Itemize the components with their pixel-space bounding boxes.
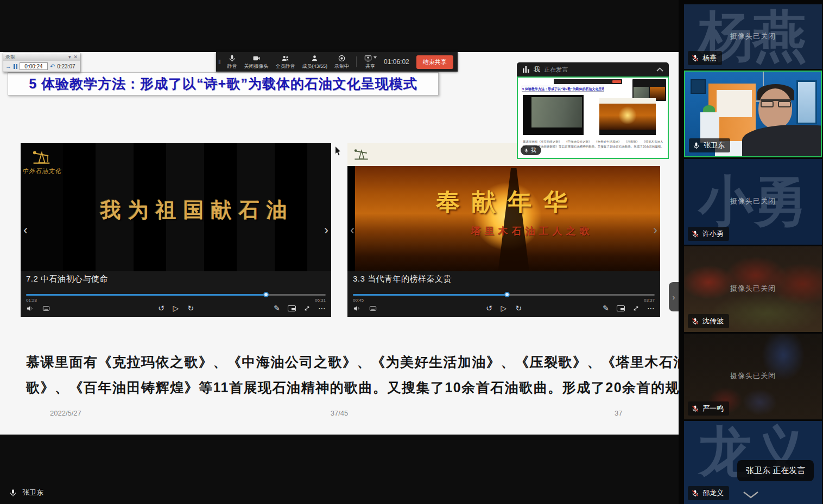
skip-back-icon[interactable]: ↺ xyxy=(486,304,492,312)
slide-page-number: 37 xyxy=(615,409,622,417)
mini-participant-strip xyxy=(632,79,666,101)
end-share-button[interactable]: 结束共享 xyxy=(416,55,453,69)
fullscreen-icon[interactable] xyxy=(303,305,311,312)
skip-back-icon[interactable]: ↺ xyxy=(158,304,164,312)
muted-microphone-icon xyxy=(691,489,699,497)
pumpjack-logo-icon xyxy=(30,146,54,166)
video-player-left[interactable]: 中外石油文化 我为祖国献石油 ‹ › 7.2 中石油初心与使命 01:28 06… xyxy=(21,143,331,317)
mute-all-button[interactable]: 全员静音 xyxy=(276,54,295,70)
screen-recorder-widget[interactable]: 录制 ▾ ✕ → 0:00:24 ↶ 0:23:07 xyxy=(3,53,80,72)
subtitle-icon[interactable] xyxy=(42,304,50,312)
fullscreen-icon[interactable] xyxy=(632,305,640,312)
recorder-total-time: 0:23:07 xyxy=(57,63,75,69)
camera-off-text: 摄像头已关闭 xyxy=(684,284,822,294)
video-caption: 7.2 中石油初心与使命 xyxy=(26,274,108,284)
microphone-icon xyxy=(9,488,17,497)
sidebar-collapse-tab[interactable]: › xyxy=(669,282,679,311)
mini-video-right xyxy=(599,98,656,135)
progress-knob[interactable] xyxy=(263,292,269,297)
audio-level-icon xyxy=(522,66,530,73)
slide-page-indicator: 37/45 xyxy=(0,409,679,417)
carousel-next-icon[interactable]: › xyxy=(324,224,328,237)
preview-header[interactable]: 我 正在发言 xyxy=(517,62,669,76)
pip-icon[interactable] xyxy=(617,305,625,311)
collapse-chevron-icon[interactable] xyxy=(656,67,663,72)
more-options-icon[interactable]: ⋯ xyxy=(647,304,655,312)
player-controls-bar: 7.2 中石油初心与使命 01:28 06:31 ↺ ▷ ↻ xyxy=(21,271,331,317)
participant-name-badge: 邵龙义 xyxy=(688,486,729,500)
participant-tile-speaking[interactable]: 张卫东 xyxy=(684,71,822,157)
preview-speaking-status: 正在发言 xyxy=(544,66,568,74)
more-options-icon[interactable]: ⋯ xyxy=(318,304,326,312)
preview-speaker-name: 我 xyxy=(534,65,540,74)
members-icon xyxy=(311,54,319,62)
volume-icon[interactable] xyxy=(353,304,361,312)
share-dropdown-caret[interactable] xyxy=(373,56,377,59)
active-speaker-name: 张卫东 xyxy=(22,488,43,497)
slide-title-box: 5 体验教学方法：形成了以“诗+歌”为载体的石油文化呈现模式 xyxy=(8,72,439,95)
volume-icon[interactable] xyxy=(26,304,34,312)
recorder-close-icon[interactable]: ✕ xyxy=(73,55,78,60)
microphone-icon xyxy=(228,54,236,62)
slide-title: 5 体验教学方法：形成了以“诗+歌”为载体的石油文化呈现模式 xyxy=(29,75,417,93)
video-logo-column: 中外石油文化 xyxy=(21,143,63,271)
mini-slide-title: 5 体验教学方法：形成了以“诗+歌”为载体的石油文化呈现模式 xyxy=(522,86,604,92)
paragraph-line: 慕课里面有《克拉玛依之歌》、《中海油公司之歌》、《为美好生活加油》、《压裂歌》、… xyxy=(26,349,645,375)
mini-paragraph: 慕课里面有《克拉玛依之歌》、《中海油公司之歌》、《为美好生活加油》、《压裂歌》、… xyxy=(523,139,663,149)
play-icon[interactable]: ▷ xyxy=(501,304,507,312)
paragraph-line: 歌》、《百年油田铸辉煌》等11首展现石油精神的歌曲。又搜集了10余首石油歌曲。形… xyxy=(26,375,645,400)
recorder-pause-icon[interactable] xyxy=(14,64,17,69)
pip-icon[interactable] xyxy=(288,305,296,311)
share-button[interactable]: 共享 xyxy=(364,54,377,70)
draw-icon[interactable]: ✎ xyxy=(274,304,280,312)
meeting-window: 5 体验教学方法：形成了以“诗+歌”为载体的石油文化呈现模式 中外石油文化 我为… xyxy=(0,0,823,504)
mini-video-left xyxy=(523,95,584,135)
slide-footer: 2022/5/27 37/45 37 xyxy=(0,409,679,420)
participant-tile[interactable]: 摄像头已关闭 严一鸣 xyxy=(684,334,822,419)
skip-forward-icon[interactable]: ↻ xyxy=(515,304,522,312)
progress-bar[interactable] xyxy=(353,294,655,296)
members-button[interactable]: 成员(43/55) xyxy=(302,54,328,70)
progress-knob[interactable] xyxy=(504,292,510,297)
camera-off-text: 摄像头已关闭 xyxy=(684,31,822,41)
meeting-toolbar: ‖ 静音 关闭摄像头 全员静音 成员(43/55) 录制中 xyxy=(216,52,458,72)
recorder-titlebar[interactable]: 录制 ▾ ✕ xyxy=(3,53,80,61)
progress-bar[interactable] xyxy=(26,294,326,296)
recorder-dropdown-icon[interactable]: ▾ xyxy=(68,55,71,60)
recording-status-button[interactable]: 录制中 xyxy=(334,54,349,70)
screen-share-preview-window[interactable]: 我 正在发言 5 体验教学方法：形成了以“诗+歌”为载体的石油文化呈现模式 慕课… xyxy=(517,62,669,159)
participant-tile[interactable]: 小勇 摄像头已关闭 许小勇 xyxy=(684,159,822,245)
draw-icon[interactable]: ✎ xyxy=(603,304,609,312)
recorder-undo-icon[interactable]: ↶ xyxy=(50,63,55,69)
toolbar-drag-handle[interactable]: ‖ xyxy=(218,59,220,65)
recorder-elapsed-time: 0:00:24 xyxy=(20,62,48,70)
preview-me-badge: 我 xyxy=(521,145,541,155)
skip-forward-icon[interactable]: ↻ xyxy=(187,304,194,312)
carousel-prev-icon[interactable]: ‹ xyxy=(23,224,28,237)
recorder-step-icon[interactable]: → xyxy=(5,63,11,69)
carousel-prev-icon[interactable]: ‹ xyxy=(350,224,354,237)
camera-off-text: 摄像头已关闭 xyxy=(684,196,822,206)
mute-button[interactable]: 静音 xyxy=(227,54,237,70)
scroll-down-chevron-icon[interactable] xyxy=(743,491,759,499)
microphone-icon xyxy=(524,148,529,154)
share-screen-icon xyxy=(364,54,372,62)
video-frame-left: 我为祖国献石油 xyxy=(63,143,331,271)
participant-name-badge: 沈传波 xyxy=(688,314,729,328)
video-overlay-title: 奉献年华 xyxy=(436,186,579,218)
muted-microphone-icon xyxy=(691,317,699,326)
muted-microphone-icon xyxy=(691,54,699,62)
play-icon[interactable]: ▷ xyxy=(173,304,179,312)
participant-name-badge: 张卫东 xyxy=(689,138,730,152)
carousel-next-icon[interactable]: › xyxy=(653,224,657,237)
muted-microphone-icon xyxy=(691,230,699,238)
camera-button[interactable]: 关闭摄像头 xyxy=(244,54,269,70)
pumpjack-logo-icon xyxy=(352,145,371,162)
meeting-elapsed-time: 01:06:02 xyxy=(384,58,409,66)
video-player-right[interactable]: 奉献年华 塔里木石油工人之歌 ‹ › 3.3 当代青年的榜样秦文贵 00:45 … xyxy=(347,143,660,317)
participant-tile[interactable]: 杨燕 摄像头已关闭 杨燕 xyxy=(684,4,822,69)
camera-icon xyxy=(252,54,261,62)
subtitle-icon[interactable] xyxy=(369,304,377,312)
video-frame-right: 奉献年华 塔里木石油工人之歌 xyxy=(355,166,660,271)
participant-tile[interactable]: 摄像头已关闭 沈传波 xyxy=(684,246,822,332)
